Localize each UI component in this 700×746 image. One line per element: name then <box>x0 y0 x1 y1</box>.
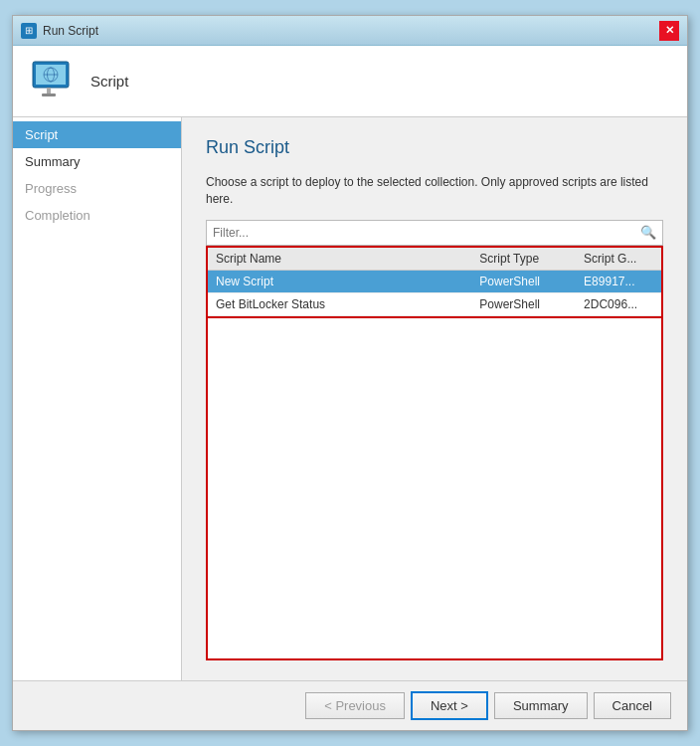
sidebar-item-progress: Progress <box>13 175 181 202</box>
sidebar-item-summary[interactable]: Summary <box>13 148 181 175</box>
row1-name: New Script <box>208 275 471 288</box>
footer: < Previous Next > Summary Cancel <box>13 680 687 730</box>
table-header: Script Name Script Type Script G... <box>208 248 661 271</box>
summary-button[interactable]: Summary <box>494 692 588 719</box>
sidebar-item-script[interactable]: Script <box>13 121 181 148</box>
next-button[interactable]: Next > <box>411 691 488 720</box>
previous-button[interactable]: < Previous <box>305 692 405 719</box>
header-title: Script <box>90 73 128 90</box>
title-bar: ⊞ Run Script ✕ <box>13 16 687 46</box>
svg-rect-2 <box>47 88 51 93</box>
close-button[interactable]: ✕ <box>659 21 679 41</box>
row1-guid: E89917... <box>576 275 661 288</box>
window-title: Run Script <box>43 24 98 38</box>
header-area: Script <box>13 46 687 117</box>
filter-input[interactable] <box>213 226 640 240</box>
content-area: Script Summary Progress Completion Run S… <box>13 117 687 680</box>
col-header-guid: Script G... <box>576 252 661 266</box>
search-icon: 🔍 <box>640 225 656 240</box>
scripts-table: Script Name Script Type Script G... New … <box>206 246 663 318</box>
svg-rect-3 <box>42 93 56 96</box>
row2-name: Get BitLocker Status <box>208 297 471 311</box>
row2-type: PowerShell <box>471 297 576 311</box>
title-bar-left: ⊞ Run Script <box>21 23 98 39</box>
sidebar: Script Summary Progress Completion <box>13 117 182 680</box>
row1-type: PowerShell <box>471 275 576 288</box>
page-title: Run Script <box>206 137 663 158</box>
window-icon: ⊞ <box>21 23 37 39</box>
row2-guid: 2DC096... <box>576 297 661 311</box>
page-description: Choose a script to deploy to the selecte… <box>206 174 663 208</box>
cancel-button[interactable]: Cancel <box>594 692 671 719</box>
col-header-type: Script Type <box>471 252 576 266</box>
table-spacer <box>206 318 663 660</box>
run-script-window: ⊞ Run Script ✕ Script <box>12 15 688 731</box>
header-icon <box>29 58 77 105</box>
col-header-name: Script Name <box>208 252 471 266</box>
table-row[interactable]: New Script PowerShell E89917... <box>208 271 661 293</box>
table-row[interactable]: Get BitLocker Status PowerShell 2DC096..… <box>208 293 661 316</box>
sidebar-item-completion: Completion <box>13 202 181 229</box>
filter-bar: 🔍 <box>206 220 663 246</box>
main-content: Run Script Choose a script to deploy to … <box>182 117 687 680</box>
